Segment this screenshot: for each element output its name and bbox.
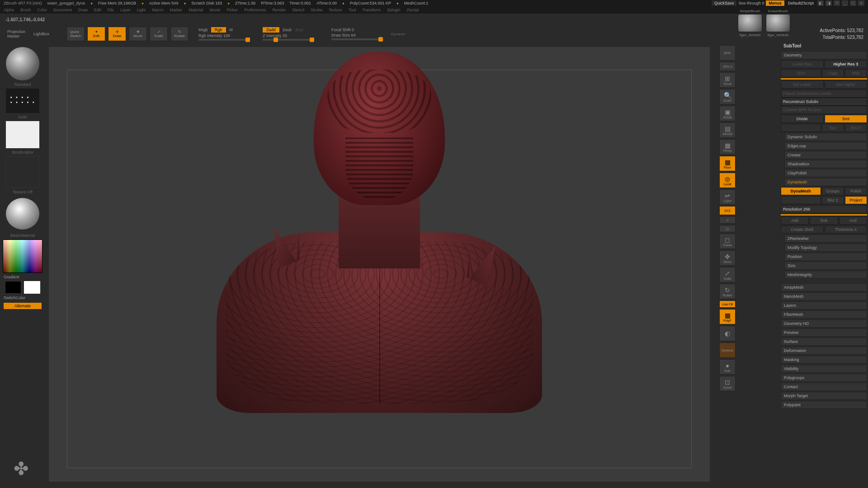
scroll-button[interactable]: ⊞Scroll: [719, 72, 736, 88]
viewport-rotate-button[interactable]: ↻Rotate: [719, 284, 736, 299]
draw-button[interactable]: ✢Draw: [108, 27, 126, 41]
tool-thumb-1[interactable]: [738, 14, 762, 32]
nanomesh-header[interactable]: NanoMesh: [781, 292, 867, 300]
zcut-button[interactable]: Zcut: [295, 28, 303, 32]
size-section[interactable]: Size: [784, 262, 867, 270]
menu-picker[interactable]: Picker: [226, 8, 238, 12]
dynamesh-header[interactable]: DynaMesh: [784, 178, 867, 186]
minimize-icon[interactable]: _: [842, 0, 848, 6]
smt-button[interactable]: Smt: [825, 115, 868, 123]
rstr-button[interactable]: Rstr: [845, 69, 867, 77]
crease-section[interactable]: Crease: [784, 151, 867, 159]
viewport-move-button[interactable]: ✥Move: [719, 250, 736, 266]
menu-zplugin[interactable]: Zplugin: [387, 8, 401, 12]
surface-header[interactable]: Surface: [781, 338, 867, 346]
menu-file[interactable]: File: [108, 8, 114, 12]
edit-button[interactable]: ✦Edit: [87, 27, 105, 41]
zsub-button[interactable]: Zsub: [283, 28, 292, 32]
stroke-selector[interactable]: [6, 89, 39, 113]
menu-preferences[interactable]: Preferences: [244, 8, 266, 12]
project-button[interactable]: Project: [845, 196, 867, 204]
del-higher-button[interactable]: Del Higher: [825, 80, 868, 89]
modify-topology-section[interactable]: Modify Topology: [784, 244, 867, 252]
preview-header[interactable]: Preview: [781, 328, 867, 337]
linefill-button[interactable]: Line Fill: [719, 300, 736, 308]
viewport[interactable]: [49, 47, 710, 482]
mrgb-button[interactable]: Mrgb: [198, 28, 208, 32]
quicksketch-button[interactable]: Quick Sketch: [66, 27, 85, 41]
groups-button[interactable]: Groups: [822, 187, 844, 195]
shadowbox-section[interactable]: ShadowBox: [784, 160, 867, 168]
persp-button[interactable]: ▦Persp: [719, 139, 736, 155]
thickness-slider[interactable]: Thickness 4: [825, 225, 868, 234]
zremesher-section[interactable]: ZRemesher: [784, 235, 867, 243]
menu-color[interactable]: Color: [38, 8, 47, 12]
show-icon[interactable]: ◨: [826, 0, 832, 6]
menu-tool[interactable]: Tool: [349, 8, 356, 12]
menus-button[interactable]: Menus: [766, 0, 784, 6]
color-picker[interactable]: [3, 239, 42, 273]
resolution-slider[interactable]: Resolution 256: [781, 205, 867, 213]
aahalf-button[interactable]: ▤AAHalf: [719, 122, 736, 138]
spix-slider[interactable]: SPix 3: [719, 62, 736, 71]
masking-header[interactable]: Masking: [781, 356, 867, 364]
subtool-header[interactable]: SubTool: [781, 42, 867, 50]
float-icon[interactable]: ◧: [817, 0, 824, 6]
projection-master-button[interactable]: Projection Master: [5, 28, 28, 39]
seethrough-slider[interactable]: See-through 0: [738, 1, 764, 5]
viewport-scale-button[interactable]: ⤢Scale: [719, 267, 736, 282]
floor-button[interactable]: ▦Floor: [719, 156, 736, 171]
claypolish-section[interactable]: ClayPolish: [784, 169, 867, 177]
material-selector[interactable]: [6, 198, 39, 230]
position-section[interactable]: Position: [784, 253, 867, 261]
scale-button[interactable]: ⤢Scale: [150, 27, 168, 41]
create-shell-button[interactable]: Create Shell: [781, 225, 824, 234]
polygroups-header[interactable]: Polygroups: [781, 374, 867, 382]
cage-button[interactable]: Cage: [822, 69, 844, 77]
lower-res-button[interactable]: Lower Res: [781, 60, 824, 68]
blur-slider[interactable]: Blur 2: [822, 196, 844, 204]
frame-button[interactable]: ◻Frame: [719, 234, 736, 249]
lightbox-button[interactable]: LightBox: [31, 31, 52, 37]
default-zscript-button[interactable]: DefaultZScript: [786, 0, 816, 6]
rgb-intensity-slider[interactable]: Rgb Intensity 100: [198, 33, 248, 38]
gradient-button[interactable]: Gradient: [2, 275, 43, 279]
menu-zscript[interactable]: Zscript: [407, 8, 419, 12]
sdiv-slider[interactable]: SDiv: [781, 69, 821, 77]
actual-button[interactable]: ▣Actual: [719, 106, 736, 121]
del-lower-button[interactable]: Del Lower: [781, 80, 824, 89]
solo-button[interactable]: ●Solo: [719, 359, 736, 375]
add-button[interactable]: Add: [781, 216, 809, 225]
menu-texture[interactable]: Texture: [329, 8, 342, 12]
menu-marker[interactable]: Marker: [170, 8, 182, 12]
tool-thumb-2[interactable]: [766, 14, 790, 32]
divide-button[interactable]: Divide: [781, 115, 824, 123]
menu-alpha[interactable]: Alpha: [4, 8, 14, 12]
menu-stroke[interactable]: Stroke: [311, 8, 322, 12]
dynamesh-button[interactable]: DynaMesh: [781, 187, 821, 195]
rotate-button[interactable]: ↻Rotate: [170, 27, 189, 41]
quicksave-button[interactable]: QuickSave: [712, 0, 737, 6]
geometry-hd-header[interactable]: Geometry HD: [781, 319, 867, 328]
z-intensity-slider[interactable]: Z Intensity 25: [263, 33, 312, 38]
deformation-header[interactable]: Deformation: [781, 347, 867, 355]
contact-header[interactable]: Contact: [781, 383, 867, 391]
dynamic-toggle[interactable]: Dynamic: [391, 32, 405, 36]
suv-button[interactable]: Suv: [822, 124, 844, 132]
maximize-icon[interactable]: □: [850, 0, 856, 6]
primary-color-swatch[interactable]: [24, 281, 40, 294]
rgb-button[interactable]: Rgb: [211, 27, 226, 33]
reuv-button[interactable]: ReUV: [845, 124, 867, 132]
morph-target-header[interactable]: Morph Target: [781, 392, 867, 400]
menu-brush[interactable]: Brush: [20, 8, 31, 12]
freeze-subdiv-button[interactable]: Freeze SubDivision Levels: [781, 89, 867, 98]
menu-light[interactable]: Light: [137, 8, 146, 12]
menu-document[interactable]: Document: [53, 8, 72, 12]
menu-edit[interactable]: Edit: [94, 8, 101, 12]
alternate-button[interactable]: Alternate: [4, 303, 42, 309]
move-button[interactable]: ✥Move: [129, 27, 147, 41]
local-button[interactable]: ◎Local: [719, 173, 736, 188]
arraymesh-header[interactable]: ArrayMesh: [781, 283, 867, 291]
polypaint-header[interactable]: Polypaint: [781, 401, 867, 409]
reconstruct-subdiv-button[interactable]: Reconstruct Subdiv: [781, 98, 867, 106]
